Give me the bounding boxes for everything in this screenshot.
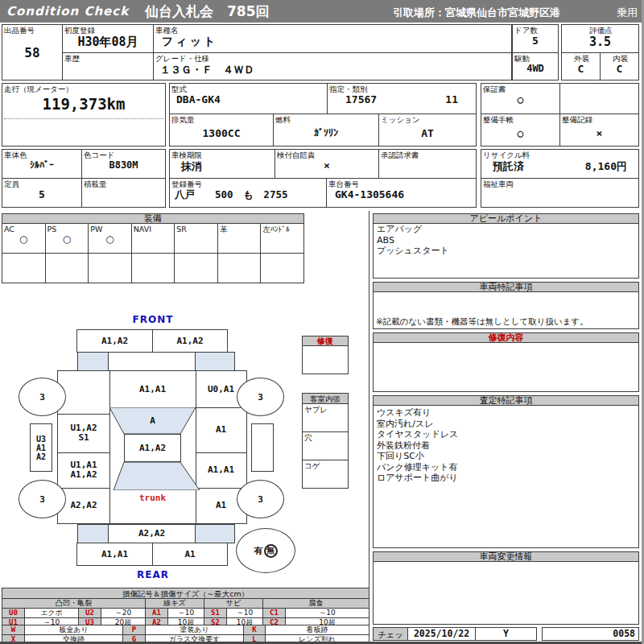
- maintenance-record-cell: 整備記録 ×: [559, 114, 639, 147]
- rear-window-shape: [114, 462, 200, 490]
- cabin-interior-row-label: 穴: [303, 432, 348, 442]
- equipment-cell-lhd: 左ﾊﾝﾄﾞﾙ: [260, 223, 304, 254]
- legend-value: ～10: [227, 609, 263, 618]
- legend-value: エクボ: [25, 609, 79, 618]
- equipment-label: 革: [218, 224, 261, 233]
- score-value: 3.5: [562, 35, 638, 49]
- recycle-fee-value: 8,160円: [585, 159, 627, 174]
- spare-no-label-circled: 無: [264, 544, 278, 558]
- check-inspector-cell: Y: [475, 627, 537, 641]
- front-bumper-left: A1,A2: [76, 329, 153, 353]
- mileage-label: 走行（現メーター）: [2, 84, 165, 93]
- legend-code: P: [123, 625, 146, 635]
- legend-value: 塗装あり: [146, 625, 244, 635]
- warranty-value: ○: [481, 93, 559, 105]
- mileage-value: 119,373km: [2, 95, 165, 113]
- damage-legend-table: 損傷記号＆損傷サイズ（～最大cm） 凸凹・亀裂 線キズ サビ 腐食 U0エクボ …: [2, 588, 369, 628]
- legend-value: 板金あり: [25, 625, 123, 635]
- fuel-value: ｶﾞｿﾘﾝ: [274, 127, 378, 138]
- front-corner-right: [195, 352, 235, 371]
- doors-label: ドア数: [513, 25, 558, 35]
- legend-value: ～20: [101, 609, 146, 618]
- hood-cell: A1,A1: [109, 371, 196, 407]
- equipment-value: ○: [2, 233, 45, 245]
- right-front-door-cell: A1: [196, 407, 246, 452]
- sheet-number: 0058: [543, 628, 638, 640]
- equipment-cell-empty: [217, 253, 262, 283]
- blank-cell: [559, 83, 639, 114]
- equipment-cell-empty: [174, 253, 218, 283]
- body-color-cell: 車体色 ｼﾙﾊﾞｰ: [2, 149, 82, 179]
- equipment-cell-navi: NAVI: [131, 223, 175, 254]
- legend-group-corrosion: 腐食: [263, 599, 369, 609]
- drive-cell: 駆動 4WD: [512, 52, 559, 80]
- cabin-interior-row-tear: ヤブレ: [302, 403, 349, 432]
- first-registration-value: H30年08月: [63, 35, 153, 50]
- damage-diagram: FRONT A1,A2 A1,A2 A1,A1 U0,A1 U1,A2 S1 A…: [0, 310, 370, 588]
- load-label: 積載量: [82, 179, 165, 188]
- registration-number-label: 登録番号: [170, 179, 326, 188]
- roof-cell: A1,A2: [124, 434, 181, 462]
- model-code-value: DBA-GK4: [170, 93, 327, 105]
- warranty-label: 保証書: [481, 84, 559, 93]
- model-name-label: 車種名: [154, 25, 511, 35]
- welfare-cell: 福祉車両: [481, 178, 639, 208]
- recycle-fee-label: リサイクル料: [481, 150, 638, 159]
- front-bumper-right: A1,A2: [152, 329, 228, 353]
- assessment-line: ウスキズ有り: [374, 406, 638, 419]
- interior-grade-value: C: [601, 63, 638, 75]
- assessment-line: タイヤスタッドレス: [374, 429, 638, 440]
- spare-tire-marker: 有無: [236, 528, 295, 573]
- equipment-cell-empty: [88, 253, 132, 283]
- doors-cell: ドア数 5: [512, 24, 559, 53]
- appeal-line: エアバッグ: [374, 224, 638, 235]
- cabin-interior-row-hole: 穴: [302, 431, 349, 460]
- rear-bumper-left: A1,A1: [76, 543, 153, 566]
- approval-cell: 承認請求書: [378, 149, 477, 179]
- legend-code: K: [244, 625, 266, 635]
- front-corner-left: [77, 352, 109, 371]
- rear-bumper-right: A1: [152, 543, 228, 566]
- trunk-cell: trunk: [109, 490, 196, 506]
- brand-logo: Condition Check: [6, 4, 129, 19]
- model-name-value: フィット: [154, 35, 511, 49]
- displacement-value: 1300CC: [170, 127, 273, 139]
- maintenance-record-value: ×: [560, 127, 638, 139]
- wheel-front-left: 3: [19, 378, 66, 416]
- capacity-cell: 定員 5: [2, 178, 82, 208]
- cabin-interior-title: 客室内張: [302, 393, 349, 404]
- appeal-line: ABS: [374, 235, 638, 246]
- inspection-value: 抹消: [170, 159, 275, 174]
- recycle-status: 預託済: [493, 159, 524, 174]
- equipment-row: AC○ PS○ PW○ NAVI SR 革 左ﾊﾝﾄﾞﾙ: [2, 223, 304, 254]
- capacity-value: 5: [2, 188, 81, 200]
- right-rear-door-cell: A1,A1: [196, 452, 246, 488]
- model-code-label: 型式: [170, 84, 327, 93]
- transmission-value: AT: [379, 127, 476, 139]
- equipment-value: ○: [89, 233, 131, 245]
- history-cell: 車歴: [62, 52, 154, 80]
- wheel-front-right: 3: [237, 378, 284, 416]
- maintenance-book-label: 整備手帳: [481, 114, 559, 124]
- capacity-label: 定員: [2, 179, 81, 188]
- legend-code: W: [2, 625, 25, 635]
- color-code-cell: 色コード B830M: [81, 149, 166, 179]
- equipment-cell-empty: [260, 253, 304, 283]
- lot-number-value: 58: [2, 45, 62, 60]
- equipment-row-empty: [2, 253, 304, 283]
- recycle-fee-cell: リサイクル料 預託済 8,160円: [481, 149, 639, 179]
- legend-code: A1: [146, 609, 168, 618]
- inspection-cell: 車検期限 抹消: [169, 149, 275, 179]
- equipment-label: PW: [89, 224, 131, 233]
- equipment-cell-empty: [131, 253, 175, 283]
- auction-title: 仙台入札会 785回: [145, 2, 270, 21]
- right-sill-cell: [251, 423, 274, 472]
- fuel-label: 燃料: [274, 114, 378, 124]
- approval-label: 承認請求書: [379, 150, 476, 159]
- equipment-value: ○: [46, 233, 89, 245]
- check-date: 2025/10/22: [408, 628, 475, 640]
- rear-corner-right: [195, 524, 235, 543]
- displacement-label: 排気量: [170, 114, 273, 124]
- legend-group-dent: 凸凹・亀裂: [2, 599, 146, 609]
- check-date-cell: 2025/10/22: [407, 627, 476, 641]
